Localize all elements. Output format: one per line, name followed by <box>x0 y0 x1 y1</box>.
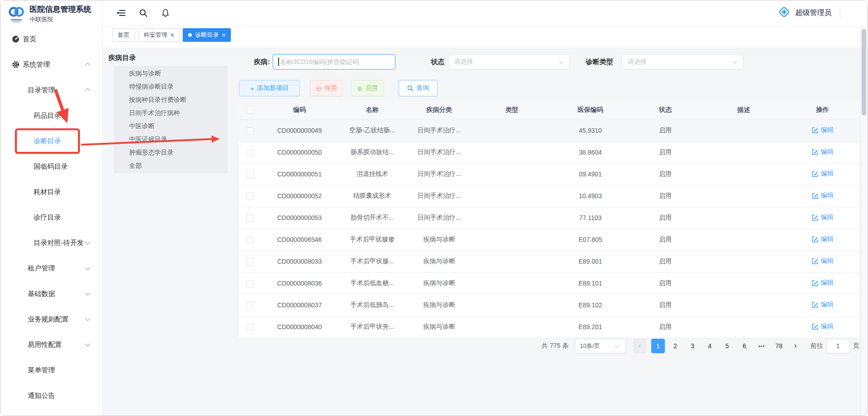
search-icon[interactable] <box>139 9 148 17</box>
enable-button[interactable]: ⊕ 启用 <box>351 80 384 96</box>
user-area[interactable]: 超级管理员 <box>778 6 832 20</box>
sidebar-item-目录管理[interactable]: 目录管理 <box>0 77 102 103</box>
close-icon[interactable]: × <box>222 32 225 38</box>
text-caret <box>278 58 279 66</box>
page-2[interactable]: 2 <box>668 339 682 353</box>
edit-button[interactable]: 编辑 <box>812 301 833 309</box>
cell-insurance_code: 09.4901 <box>552 163 629 185</box>
edit-button[interactable]: 编辑 <box>812 126 833 134</box>
diagnosis-type-select[interactable]: 请选择 <box>622 54 743 70</box>
select-all-checkbox[interactable] <box>246 106 254 114</box>
cell-insurance_code: E89.101 <box>552 272 629 294</box>
sidebar-item-国临码目录[interactable]: 国临码目录 <box>0 154 102 179</box>
sidebar-item-目录对照-待开发[interactable]: 目录对照-待开发 <box>0 230 102 256</box>
row-actions-cell: 编辑 <box>786 251 859 272</box>
row-checkbox-cell <box>239 272 261 294</box>
scrollbar-track[interactable] <box>860 26 867 415</box>
bell-icon[interactable] <box>161 9 170 18</box>
sidebar-item-业务规则配置[interactable]: 业务规则配置 <box>0 306 102 332</box>
catalog-item-中医诊断[interactable]: 中医诊断 <box>114 120 228 133</box>
page-3[interactable]: 3 <box>686 339 699 353</box>
cell-name: 肋骨切开术不... <box>338 207 406 229</box>
scrollbar-thumb[interactable] <box>862 29 866 115</box>
edit-label: 编辑 <box>821 170 833 178</box>
column-header-名称: 名称 <box>338 100 406 120</box>
edit-button[interactable]: 编辑 <box>812 235 833 243</box>
tab-科室管理[interactable]: 科室管理× <box>138 28 180 42</box>
edit-button[interactable]: 编辑 <box>812 322 833 331</box>
logo-row: 医院信息管理系统 中联医院 <box>0 0 102 25</box>
catalog-item-中医证候目录[interactable]: 中医证候目录 <box>114 133 228 146</box>
row-checkbox[interactable] <box>246 171 254 178</box>
sidebar-item-耗材目录[interactable]: 耗材目录 <box>0 179 102 205</box>
row-checkbox[interactable] <box>246 127 254 135</box>
row-checkbox[interactable] <box>246 324 254 331</box>
catalog-item-全部[interactable]: 全部 <box>114 159 228 172</box>
cell-name: 手术后低胰岛... <box>338 294 406 316</box>
page-4[interactable]: 4 <box>703 339 717 353</box>
row-checkbox[interactable] <box>246 236 254 244</box>
sidebar-item-通知公告[interactable]: 通知公告 <box>0 383 102 408</box>
status-select-value: 请选择 <box>454 58 473 66</box>
query-button[interactable]: 查询 <box>399 80 438 96</box>
page-size-select[interactable]: 10条/页 <box>575 339 626 353</box>
cell-type <box>472 120 552 141</box>
sidebar-item-菜单管理[interactable]: 菜单管理 <box>0 357 102 383</box>
sidebar-item-诊断目录[interactable]: 诊断目录 <box>0 128 102 154</box>
sidebar-item-首页[interactable]: 首页 <box>0 26 102 52</box>
catalog-item-按病种目录付费诊断[interactable]: 按病种目录付费诊断 <box>114 93 228 106</box>
row-checkbox[interactable] <box>246 280 254 287</box>
page-ellipsis[interactable]: ••• <box>755 339 768 353</box>
page-78[interactable]: 78 <box>772 339 786 353</box>
sidebar-item-易用性配置[interactable]: 易用性配置 <box>0 332 102 357</box>
cell-status: 启用 <box>629 185 702 207</box>
next-page-button[interactable]: › <box>789 339 801 353</box>
edit-button[interactable]: 编辑 <box>812 257 833 265</box>
disable-button[interactable]: ⊖ 停用 <box>310 80 343 96</box>
topbar-divider <box>840 8 840 18</box>
cell-description <box>702 294 786 316</box>
sidebar-nav: 首页系统管理目录管理药品目录诊断目录国临码目录耗材目录诊疗目录目录对照-待开发租… <box>0 26 102 408</box>
edit-icon <box>812 280 818 286</box>
tab-首页[interactable]: 首页 <box>112 28 135 42</box>
tab-诊断目录[interactable]: 诊断目录× <box>183 28 231 42</box>
cell-insurance_code: E89.001 <box>552 251 629 272</box>
row-checkbox[interactable] <box>246 302 254 309</box>
sidebar-item-系统管理[interactable]: 系统管理 <box>0 52 102 77</box>
sidebar-item-label: 目录管理 <box>28 86 55 94</box>
sidebar-item-诊疗目录[interactable]: 诊疗目录 <box>0 205 102 230</box>
edit-button[interactable]: 编辑 <box>812 148 833 156</box>
status-select[interactable]: 请选择 <box>448 54 570 70</box>
edit-button[interactable]: 编辑 <box>812 191 833 200</box>
catalog-item-日间手术治疗病种[interactable]: 日间手术治疗病种 <box>114 106 228 120</box>
sidebar-item-基础数据[interactable]: 基础数据 <box>0 281 102 306</box>
catalog-item-特慢病诊断目录[interactable]: 特慢病诊断目录 <box>114 80 228 93</box>
disease-search-input[interactable] <box>273 54 395 70</box>
edit-button[interactable]: 编辑 <box>812 213 833 221</box>
sidebar-item-药品目录[interactable]: 药品目录 <box>0 103 102 128</box>
catalog-item-疾病与诊断[interactable]: 疾病与诊断 <box>114 67 228 80</box>
row-checkbox[interactable] <box>246 258 254 266</box>
edit-button[interactable]: 编辑 <box>812 170 833 178</box>
row-checkbox[interactable] <box>246 149 254 156</box>
tab-label: 科室管理 <box>144 31 167 39</box>
close-icon[interactable]: × <box>170 32 174 38</box>
cell-name: 空肠-乙状结肠... <box>338 120 406 141</box>
page-5[interactable]: 5 <box>720 339 734 353</box>
row-checkbox-cell <box>239 185 261 207</box>
cell-insurance_code: 77.1103 <box>552 207 629 229</box>
collapse-menu-icon[interactable] <box>116 9 125 17</box>
goto-page-input[interactable] <box>827 339 849 353</box>
page-1[interactable]: 1 <box>651 339 665 353</box>
catalog-item-肿瘤形态学目录[interactable]: 肿瘤形态学目录 <box>114 146 228 159</box>
row-checkbox[interactable] <box>246 215 254 222</box>
tab-label: 诊断目录 <box>195 31 219 39</box>
prev-page-button[interactable]: ‹ <box>633 339 647 353</box>
add-item-button[interactable]: + 添加新项目 <box>239 80 300 96</box>
page-6[interactable]: 6 <box>738 339 751 353</box>
table-row: CD0000000052结膜囊成形术日间手术治疗...10.4903启用编辑 <box>239 185 859 207</box>
row-checkbox[interactable] <box>246 193 254 200</box>
sidebar-item-租户管理[interactable]: 租户管理 <box>0 256 102 281</box>
edit-label: 编辑 <box>821 213 833 221</box>
edit-button[interactable]: 编辑 <box>812 279 833 287</box>
